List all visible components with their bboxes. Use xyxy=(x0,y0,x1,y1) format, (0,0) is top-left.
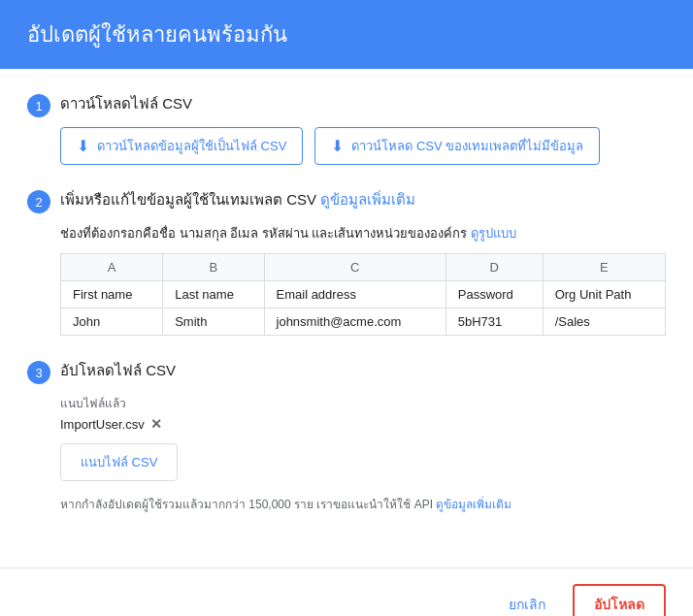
step-1: 1 ดาวน์โหลดไฟล์ CSV ⬇ ดาวน์โหลดข้อมูลผู้… xyxy=(27,92,666,165)
step3-note-text: หากกำลังอัปเดตผู้ใช้รวมแล้วมากกว่า 150,0… xyxy=(60,498,433,511)
step-3: 3 อัปโหลดไฟล์ CSV แนบไฟล์แล้ว ImportUser… xyxy=(27,359,666,513)
download-btn2-label: ดาวน์โหลด CSV ของเทมเพลตที่ไม่มีข้อมูล xyxy=(351,136,583,156)
col-label-lastname: Last name xyxy=(163,281,264,308)
step-1-content: ดาวน์โหลดไฟล์ CSV ⬇ ดาวน์โหลดข้อมูลผู้ใช… xyxy=(60,92,666,165)
download-user-csv-button[interactable]: ⬇ ดาวน์โหลดข้อมูลผู้ใช้เป็นไฟล์ CSV xyxy=(60,127,303,165)
page-title: อัปเดตผู้ใช้หลายคนพร้อมกัน xyxy=(27,17,666,51)
step-2-title-text: เพิ่มหรือแก้ไขข้อมูลผู้ใช้ในเทมเพลต CSV xyxy=(60,191,316,208)
download-icon-2: ⬇ xyxy=(331,137,344,155)
step3-note: หากกำลังอัปเดตผู้ใช้รวมแล้วมากกว่า 150,0… xyxy=(60,495,666,513)
page-header: อัปเดตผู้ใช้หลายคนพร้อมกัน xyxy=(0,0,693,69)
csv-preview-table: A B C D E First name Last name Email add… xyxy=(60,253,666,336)
main-content: 1 ดาวน์โหลดไฟล์ CSV ⬇ ดาวน์โหลดข้อมูลผู้… xyxy=(0,69,693,560)
browse-csv-button[interactable]: แนบไฟล์ CSV xyxy=(60,443,178,481)
page-footer: ยกเลิก อัปโหลด xyxy=(0,567,693,616)
col-label-firstname: First name xyxy=(61,281,163,308)
step-2-link1[interactable]: ดูข้อมูลเพิ่มเติม xyxy=(320,191,415,208)
col-header-e: E xyxy=(543,254,665,281)
step-2: 2 เพิ่มหรือแก้ไขข้อมูลผู้ใช้ในเทมเพลต CS… xyxy=(27,188,666,336)
step-2-desc2: ช่องที่ต้องกรอกคือชื่อ นามสกุล อีเมล รหั… xyxy=(60,223,666,243)
step-2-content: เพิ่มหรือแก้ไขข้อมูลผู้ใช้ในเทมเพลต CSV … xyxy=(60,188,666,336)
file-name: ImportUser.csv xyxy=(60,417,145,432)
file-close-button[interactable]: ✕ xyxy=(150,416,162,432)
step-3-content: อัปโหลดไฟล์ CSV แนบไฟล์แล้ว ImportUser.c… xyxy=(60,359,666,513)
cell-password: 5bH731 xyxy=(446,308,543,336)
step-3-title: อัปโหลดไฟล์ CSV xyxy=(60,359,666,382)
step-1-number: 1 xyxy=(27,94,50,117)
cell-orgunit: /Sales xyxy=(543,308,665,336)
cell-firstname: John xyxy=(61,308,163,336)
table-header-row: A B C D E xyxy=(61,254,666,281)
download-template-csv-button[interactable]: ⬇ ดาวน์โหลด CSV ของเทมเพลตที่ไม่มีข้อมูล xyxy=(314,127,600,165)
step-2-title: เพิ่มหรือแก้ไขข้อมูลผู้ใช้ในเทมเพลต CSV … xyxy=(60,188,666,211)
file-attached-label: แนบไฟล์แล้ว xyxy=(60,394,666,412)
cancel-button[interactable]: ยกเลิก xyxy=(497,586,557,616)
step-1-buttons: ⬇ ดาวน์โหลดข้อมูลผู้ใช้เป็นไฟล์ CSV ⬇ ดา… xyxy=(60,127,666,165)
col-header-d: D xyxy=(446,254,543,281)
file-section: แนบไฟล์แล้ว ImportUser.csv ✕ แนบไฟล์ CSV… xyxy=(60,394,666,513)
col-label-email: Email address xyxy=(264,281,446,308)
step-3-number: 3 xyxy=(27,361,50,384)
step-2-link2[interactable]: ดูรูปแบบ xyxy=(471,226,516,241)
download-icon-1: ⬇ xyxy=(77,137,89,155)
upload-button[interactable]: อัปโหลด xyxy=(573,584,666,616)
col-header-c: C xyxy=(264,254,446,281)
file-chip: ImportUser.csv ✕ xyxy=(60,416,666,432)
col-label-orgunit: Org Unit Path xyxy=(543,281,665,308)
col-header-b: B xyxy=(163,254,264,281)
step-2-desc2-text: ช่องที่ต้องกรอกคือชื่อ นามสกุล อีเมล รหั… xyxy=(60,226,467,241)
step-1-title: ดาวน์โหลดไฟล์ CSV xyxy=(60,92,666,115)
table-data-row: John Smith johnsmith@acme.com 5bH731 /Sa… xyxy=(61,308,666,336)
step-2-number: 2 xyxy=(27,190,50,213)
cell-lastname: Smith xyxy=(163,308,264,336)
table-label-row: First name Last name Email address Passw… xyxy=(61,281,666,308)
step3-note-link[interactable]: ดูข้อมูลเพิ่มเติม xyxy=(436,498,512,511)
col-header-a: A xyxy=(61,254,163,281)
col-label-password: Password xyxy=(446,281,543,308)
download-btn1-label: ดาวน์โหลดข้อมูลผู้ใช้เป็นไฟล์ CSV xyxy=(97,136,286,156)
cell-email: johnsmith@acme.com xyxy=(264,308,446,336)
